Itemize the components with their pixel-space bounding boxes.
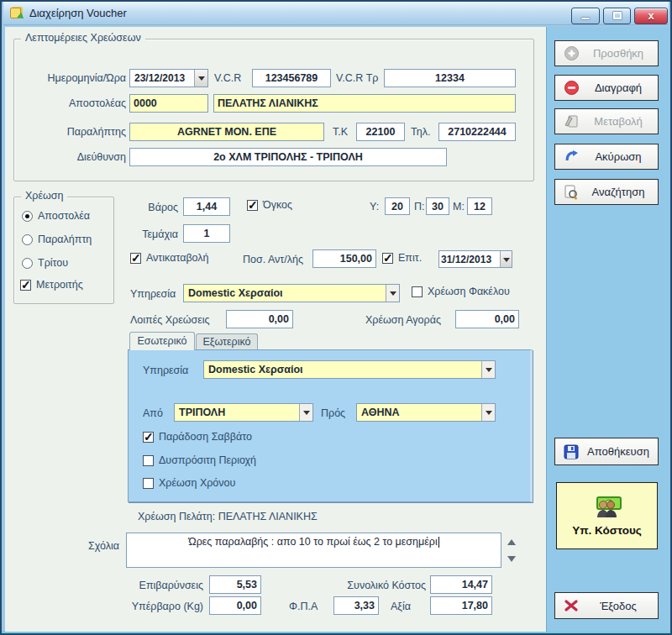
vcr-tp-label: V.C.R Τρ	[336, 72, 378, 84]
group-title: Λεπτομέρειες Χρεώσεων	[21, 32, 145, 44]
epit-checkbox[interactable]: Επιτ.	[382, 252, 422, 264]
search-button[interactable]: Αναζήτηση	[554, 179, 659, 205]
date-combo[interactable]: 23/12/2013	[129, 69, 208, 87]
exit-button[interactable]: Έξοδος	[554, 592, 659, 619]
save-button[interactable]: Αποθήκευση	[554, 438, 659, 465]
address-field[interactable]: 2ο ΧΛΜ ΤΡΙΠΟΛΗΣ - ΤΡΙΠΟΛΗ	[129, 148, 447, 166]
vcr-label: V.C.R	[214, 72, 241, 84]
route-service-value: Domestic Χερσαίοι	[204, 361, 481, 378]
surcharges-field[interactable]: 5,53	[209, 575, 261, 594]
total-cost-field[interactable]: 14,47	[430, 575, 492, 594]
checkbox-label: Χρέωση Χρόνου	[159, 477, 235, 489]
purchase-charge-field[interactable]: 0,00	[455, 310, 519, 328]
chevron-down-icon[interactable]	[500, 251, 512, 267]
minimize-button[interactable]	[571, 8, 600, 24]
checkbox-box	[412, 286, 423, 297]
weight-label: Βάρος	[111, 202, 178, 213]
delete-button[interactable]: Διαγραφή	[554, 75, 659, 101]
edit-button[interactable]: Μεταβολή	[554, 108, 659, 134]
route-service-combo[interactable]: Domestic Χερσαίοι	[203, 360, 496, 379]
service-combo[interactable]: Domestic Χερσαίοι	[183, 284, 400, 302]
recipient-label: Παραλήπτης	[8, 126, 126, 138]
value-field[interactable]: 17,80	[430, 596, 492, 615]
chevron-down-icon[interactable]	[481, 361, 495, 378]
add-button[interactable]: Προσθήκη	[554, 40, 659, 66]
checkbox-box	[382, 253, 393, 264]
time-charge-checkbox[interactable]: Χρέωση Χρόνου	[143, 477, 235, 489]
button-label: Διαγραφή	[579, 81, 658, 94]
cod-amount-field[interactable]: 150,00	[312, 249, 376, 268]
customer-charge-text: Χρέωση Πελάτη: ΠΕΛΑΤΗΣ ΛΙΑΝΙΚΗΣ	[138, 511, 318, 522]
length-field[interactable]: 12	[467, 197, 492, 215]
sender-label: Αποστολέας	[8, 97, 126, 109]
service-label: Υπηρεσία	[130, 288, 176, 300]
saturday-delivery-checkbox[interactable]: Παράδοση Σαββάτο	[143, 431, 252, 443]
from-combo[interactable]: ΤΡΙΠΟΛΗ	[174, 403, 313, 422]
width-field[interactable]: 30	[426, 197, 449, 215]
checkbox-box	[143, 432, 154, 443]
button-label: Αποθήκευση	[579, 445, 658, 458]
floppy-disk-icon	[564, 444, 579, 459]
close-button[interactable]: x	[634, 8, 668, 24]
minus-circle-icon	[564, 81, 579, 96]
button-label: Ακύρωση	[579, 150, 658, 163]
pieces-field[interactable]: 1	[183, 224, 230, 243]
tab-external[interactable]: Εξωτερικό	[196, 333, 258, 350]
checkbox-box	[143, 455, 154, 466]
radio-third-party[interactable]: Τρίτου	[22, 257, 68, 269]
radio-label: Αποστολέα	[38, 210, 90, 222]
chevron-down-icon[interactable]	[194, 70, 207, 87]
checkbox-label: Χρέωση Φακέλου	[428, 286, 510, 297]
weight-field[interactable]: 1,44	[183, 197, 230, 216]
overweight-field[interactable]: 0,00	[209, 596, 261, 615]
cost-calculation-button[interactable]: Υπ. Κόστους	[556, 482, 658, 549]
tel-field[interactable]: 2710222444	[438, 123, 516, 141]
cash-checkbox[interactable]: Μετροιτής	[20, 279, 83, 291]
radio-recipient[interactable]: Παραλήπτη	[22, 234, 92, 245]
from-value: ΤΡΙΠΟΛΗ	[175, 404, 299, 421]
minimize-icon	[580, 17, 591, 20]
tk-field[interactable]: 22100	[356, 123, 405, 141]
window-title: Διαχείρηση Voucher	[29, 7, 127, 19]
checkbox-label: Δυσπρόσιτη Περιοχή	[159, 454, 256, 466]
chevron-down-icon[interactable]	[299, 404, 312, 421]
sender-code-field[interactable]: 0000	[129, 94, 208, 113]
width-label: Π:	[414, 201, 425, 213]
to-combo[interactable]: ΑΘΗΝΑ	[356, 403, 496, 422]
to-value: ΑΘΗΝΑ	[357, 404, 481, 421]
sender-name-field[interactable]: ΠΕΛΑΤΗΣ ΛΙΑΝΙΚΗΣ	[213, 94, 516, 113]
other-charges-label: Λοιπές Χρεώσεις	[130, 314, 210, 326]
checkbox-label: Μετροιτής	[36, 279, 83, 291]
vcr-field[interactable]: 123456789	[252, 69, 331, 87]
checkbox-label: Παράδοση Σαββάτο	[159, 431, 252, 443]
radio-sender[interactable]: Αποστολέα	[22, 210, 90, 222]
remote-area-checkbox[interactable]: Δυσπρόσιτη Περιοχή	[143, 454, 256, 466]
maximize-button[interactable]	[603, 8, 631, 24]
chevron-down-icon[interactable]	[386, 285, 399, 302]
recipient-field[interactable]: AGRNET MON. ΕΠΕ	[129, 123, 324, 141]
to-label: Πρός	[321, 407, 345, 419]
date-label: Ημερομηνία/Ώρα	[8, 72, 126, 84]
comments-scroll-up[interactable]	[506, 536, 517, 548]
chevron-down-icon[interactable]	[481, 404, 495, 421]
comments-scroll-down[interactable]	[506, 552, 517, 564]
volume-checkbox[interactable]: Όγκος	[247, 199, 292, 211]
comments-textarea[interactable]: Ώρες παραλαβής : απο 10 το πρωί έως 2 το…	[126, 533, 501, 568]
checkbox-box	[20, 280, 31, 291]
group-title: Χρέωση	[21, 190, 67, 202]
button-label: Υπ. Κόστους	[572, 524, 642, 537]
height-field[interactable]: 20	[385, 197, 410, 215]
cancel-button[interactable]: Ακύρωση	[554, 144, 659, 170]
cod-checkbox[interactable]: Αντικαταβολή	[130, 252, 209, 264]
other-charges-field[interactable]: 0,00	[226, 310, 293, 328]
note-pencil-icon	[564, 114, 579, 129]
from-label: Από	[143, 407, 163, 419]
vcr-tp-field[interactable]: 12334	[384, 69, 516, 87]
epit-date-combo[interactable]: 31/12/2013	[438, 250, 512, 268]
radio-label: Τρίτου	[38, 257, 68, 269]
undo-arrow-icon	[564, 150, 579, 165]
route-service-label: Υπηρεσία	[143, 365, 188, 376]
vat-field[interactable]: 3,33	[333, 596, 379, 615]
envelope-charge-checkbox[interactable]: Χρέωση Φακέλου	[412, 286, 510, 297]
tab-internal[interactable]: Εσωτερικό	[129, 332, 195, 350]
